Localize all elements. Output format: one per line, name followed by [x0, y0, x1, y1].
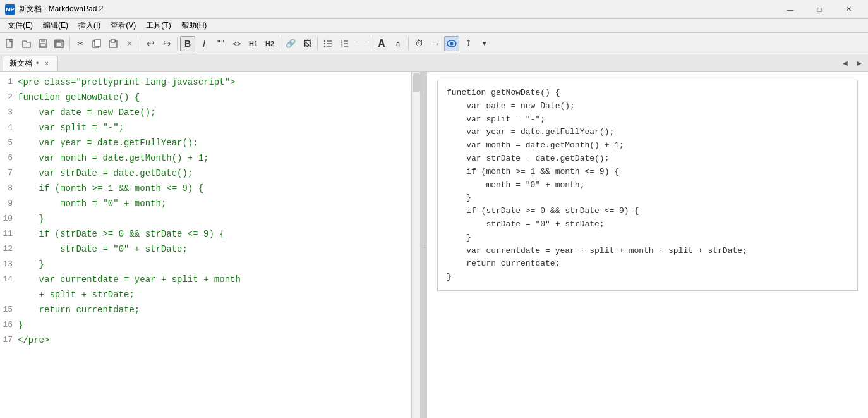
line-content-4: var split = "-";	[18, 121, 420, 135]
line-num-16: 16	[0, 318, 18, 332]
menu-insert[interactable]: 插入(I)	[73, 19, 105, 33]
svg-point-14	[324, 42, 325, 44]
bold-button[interactable]: B	[180, 36, 195, 51]
menu-bar: 文件(E) 编辑(E) 插入(I) 查看(V) 工具(T) 帮助(H)	[0, 19, 868, 33]
line-content-9: month = "0" + month;	[18, 197, 420, 211]
h2-button[interactable]: H2	[262, 36, 277, 51]
menu-help[interactable]: 帮助(H)	[176, 19, 212, 33]
timestamp-button[interactable]: ⏱	[411, 36, 426, 51]
code-line-1: 1 <pre class="prettyprint lang-javascrip…	[0, 75, 420, 90]
code-line-17: 17 </pre>	[0, 333, 420, 348]
code-line-2: 2 function getNowDate() {	[0, 90, 420, 105]
menu-file[interactable]: 文件(E)	[3, 19, 38, 33]
code-line-14: 14 var currentdate = year + split + mont…	[0, 272, 420, 287]
line-content-14: var currentdate = year + split + month	[18, 273, 420, 286]
tab-bar: 新文档 • × ◀ ▶	[0, 54, 868, 72]
tab-new-doc[interactable]: 新文档 • ×	[3, 56, 58, 71]
delete-button[interactable]: ✕	[122, 36, 137, 51]
new-file-button[interactable]	[3, 36, 18, 51]
dropdown-button[interactable]: ▾	[477, 36, 492, 51]
list-ul-button[interactable]	[320, 36, 335, 51]
menu-view[interactable]: 查看(V)	[105, 19, 141, 33]
title-bar: MP 新文档 - MarkdownPad 2 — □ ✕	[0, 0, 868, 19]
sep5	[317, 37, 318, 50]
menu-edit[interactable]: 编辑(E)	[38, 19, 73, 33]
list-ol-button[interactable]: 1.2.3.	[337, 36, 352, 51]
code-line-16: 16 }	[0, 317, 420, 333]
line-num-15: 15	[0, 303, 18, 317]
code-button[interactable]: <>	[229, 36, 244, 51]
image-button[interactable]: 🖼	[299, 36, 315, 51]
copy-button[interactable]	[89, 36, 104, 51]
svg-rect-0	[6, 39, 12, 47]
line-content-11: if (strDate >= 0 && strDate <= 9) {	[18, 227, 420, 241]
code-line-6: 6 var month = date.getMonth() + 1;	[0, 151, 420, 166]
cut-button[interactable]: ✂	[73, 36, 88, 51]
open-file-button[interactable]	[19, 36, 34, 51]
code-line-15: 15 return currentdate;	[0, 302, 420, 317]
line-content-13: }	[18, 257, 420, 271]
svg-point-25	[450, 42, 454, 45]
title-bar-left: MP 新文档 - MarkdownPad 2	[5, 4, 103, 15]
h1-button[interactable]: H1	[246, 36, 261, 51]
line-num-8: 8	[0, 181, 18, 195]
close-button[interactable]: ✕	[834, 0, 863, 19]
line-num-2: 2	[0, 90, 18, 104]
italic-button[interactable]: I	[196, 36, 212, 51]
code-line-12: 12 strDate = "0" + strDate;	[0, 242, 420, 257]
save-as-button[interactable]	[52, 36, 67, 51]
sep6	[371, 37, 371, 50]
code-line-11: 11 if (strDate >= 0 && strDate <= 9) {	[0, 226, 420, 242]
menu-tools[interactable]: 工具(T)	[141, 19, 176, 33]
maximize-button[interactable]: □	[805, 0, 834, 19]
title-bar-controls: — □ ✕	[776, 0, 863, 19]
tab-next-button[interactable]: ▶	[853, 57, 865, 70]
preview-panel: function getNowDate() { var date = new D…	[427, 72, 868, 418]
sep4	[280, 37, 280, 50]
line-num-14: 14	[0, 273, 18, 286]
font-big-button[interactable]: A	[374, 36, 389, 51]
svg-text:3.: 3.	[341, 44, 343, 48]
code-line-4: 4 var split = "-";	[0, 120, 420, 135]
line-num-3: 3	[0, 106, 18, 120]
svg-rect-7	[56, 42, 61, 46]
tab-nav: ◀ ▶	[839, 57, 865, 70]
line-content-12: strDate = "0" + strDate;	[18, 242, 420, 256]
line-content-6: var month = date.getMonth() + 1;	[18, 151, 420, 165]
editor-panel[interactable]: 1 <pre class="prettyprint lang-javascrip…	[0, 72, 422, 418]
tab-label: 新文档	[9, 58, 32, 69]
hr-button[interactable]: —	[353, 36, 368, 51]
line-content-1: <pre class="prettyprint lang-javascript"…	[18, 75, 420, 89]
code-line-5: 5 var year = date.getFullYear();	[0, 135, 420, 151]
save-file-button[interactable]	[35, 36, 51, 51]
panel-resize-handle[interactable]: ⋮	[422, 72, 427, 418]
editor-content: 1 <pre class="prettyprint lang-javascrip…	[0, 72, 420, 350]
redo-button[interactable]: ↪	[159, 36, 174, 51]
tab-prev-button[interactable]: ◀	[839, 57, 852, 70]
line-content-15: return currentdate;	[18, 303, 420, 317]
paste-button[interactable]	[105, 36, 121, 51]
preview-content: function getNowDate() { var date = new D…	[437, 80, 858, 291]
font-small-button[interactable]: a	[390, 36, 406, 51]
editor-scrollbar-thumb[interactable]	[413, 73, 420, 92]
preview-toggle-button[interactable]	[444, 36, 459, 51]
toolbar: ✂ ✕ ↩ ↪ B I " " <> H1 H2 🔗 🖼 1.2.3. — A …	[0, 33, 868, 54]
svg-rect-3	[40, 44, 45, 47]
svg-point-16	[324, 45, 325, 46]
export-button[interactable]: ⤴	[461, 36, 476, 51]
arrow-button[interactable]: →	[428, 36, 443, 51]
code-line-14b: + split + strDate;	[0, 287, 420, 302]
undo-button[interactable]: ↩	[143, 36, 158, 51]
tab-close-button[interactable]: ×	[42, 59, 51, 68]
line-content-7: var strDate = date.getDate();	[18, 166, 420, 180]
line-content-2: function getNowDate() {	[18, 90, 420, 104]
quote-button[interactable]: " "	[213, 36, 228, 51]
line-content-8: if (month >= 1 && month <= 9) {	[18, 181, 420, 195]
minimize-button[interactable]: —	[776, 0, 805, 19]
tab-modified-dot: •	[36, 59, 39, 68]
code-line-10: 10 }	[0, 211, 420, 226]
editor-scrollbar[interactable]	[411, 72, 420, 418]
sep1	[69, 37, 70, 50]
code-line-3: 3 var date = new Date();	[0, 105, 420, 120]
link-button[interactable]: 🔗	[283, 36, 298, 51]
